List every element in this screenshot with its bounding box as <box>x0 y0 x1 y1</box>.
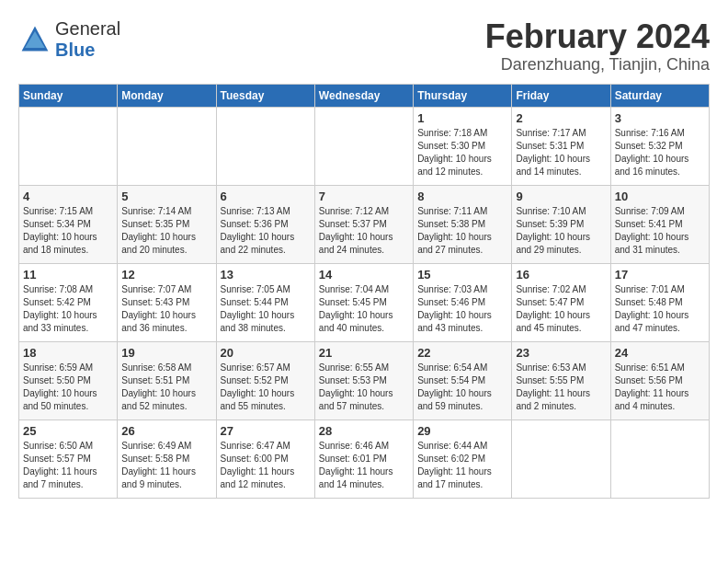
calendar-cell <box>216 107 314 185</box>
day-info: Sunrise: 7:04 AM Sunset: 5:45 PM Dayligh… <box>319 283 409 335</box>
day-info: Sunrise: 7:02 AM Sunset: 5:47 PM Dayligh… <box>516 283 606 335</box>
calendar-cell: 14Sunrise: 7:04 AM Sunset: 5:45 PM Dayli… <box>314 263 413 341</box>
logo-text: General Blue <box>55 18 120 61</box>
calendar-body: 1Sunrise: 7:18 AM Sunset: 5:30 PM Daylig… <box>19 107 710 498</box>
calendar-cell: 11Sunrise: 7:08 AM Sunset: 5:42 PM Dayli… <box>19 263 118 341</box>
calendar-cell: 25Sunrise: 6:50 AM Sunset: 5:57 PM Dayli… <box>19 419 118 498</box>
day-number: 5 <box>121 190 211 203</box>
header-sunday: Sunday <box>19 84 118 107</box>
day-info: Sunrise: 6:50 AM Sunset: 5:57 PM Dayligh… <box>23 440 113 491</box>
day-info: Sunrise: 6:46 AM Sunset: 6:01 PM Dayligh… <box>319 440 409 491</box>
day-number: 4 <box>23 190 113 203</box>
calendar-cell: 7Sunrise: 7:12 AM Sunset: 5:37 PM Daylig… <box>314 185 413 263</box>
logo-general: General <box>55 18 120 39</box>
day-info: Sunrise: 7:01 AM Sunset: 5:48 PM Dayligh… <box>615 283 705 335</box>
day-info: Sunrise: 6:49 AM Sunset: 5:58 PM Dayligh… <box>121 440 211 491</box>
day-number: 3 <box>615 111 705 125</box>
calendar-cell: 26Sunrise: 6:49 AM Sunset: 5:58 PM Dayli… <box>118 419 216 498</box>
header-row: Sunday Monday Tuesday Wednesday Thursday… <box>19 84 710 107</box>
day-number: 7 <box>319 190 409 203</box>
day-number: 6 <box>221 190 311 203</box>
calendar-cell: 13Sunrise: 7:05 AM Sunset: 5:44 PM Dayli… <box>216 263 314 341</box>
logo: General Blue <box>18 18 120 61</box>
location-subtitle: Darenzhuang, Tianjin, China <box>485 55 710 75</box>
calendar-cell: 28Sunrise: 6:46 AM Sunset: 6:01 PM Dayli… <box>314 419 413 498</box>
header-tuesday: Tuesday <box>216 84 314 107</box>
calendar-header: Sunday Monday Tuesday Wednesday Thursday… <box>19 84 710 107</box>
day-info: Sunrise: 6:57 AM Sunset: 5:52 PM Dayligh… <box>221 362 311 413</box>
calendar-cell: 10Sunrise: 7:09 AM Sunset: 5:41 PM Dayli… <box>610 185 709 263</box>
calendar-cell <box>314 107 413 185</box>
day-number: 18 <box>23 346 113 360</box>
day-info: Sunrise: 7:17 AM Sunset: 5:31 PM Dayligh… <box>516 127 606 178</box>
day-info: Sunrise: 7:15 AM Sunset: 5:34 PM Dayligh… <box>23 205 113 257</box>
calendar-cell: 17Sunrise: 7:01 AM Sunset: 5:48 PM Dayli… <box>610 263 709 341</box>
day-info: Sunrise: 6:44 AM Sunset: 6:02 PM Dayligh… <box>417 440 507 491</box>
day-info: Sunrise: 6:53 AM Sunset: 5:55 PM Dayligh… <box>516 362 606 413</box>
calendar-cell: 20Sunrise: 6:57 AM Sunset: 5:52 PM Dayli… <box>216 341 314 419</box>
day-info: Sunrise: 7:18 AM Sunset: 5:30 PM Dayligh… <box>417 127 507 178</box>
calendar-cell: 6Sunrise: 7:13 AM Sunset: 5:36 PM Daylig… <box>216 185 314 263</box>
calendar-cell: 3Sunrise: 7:16 AM Sunset: 5:32 PM Daylig… <box>610 107 709 185</box>
day-info: Sunrise: 7:09 AM Sunset: 5:41 PM Dayligh… <box>615 205 705 257</box>
day-info: Sunrise: 6:47 AM Sunset: 6:00 PM Dayligh… <box>221 440 311 491</box>
day-number: 20 <box>221 346 311 360</box>
calendar-cell <box>512 419 610 498</box>
day-info: Sunrise: 7:10 AM Sunset: 5:39 PM Dayligh… <box>516 205 606 257</box>
calendar-cell: 16Sunrise: 7:02 AM Sunset: 5:47 PM Dayli… <box>512 263 610 341</box>
calendar-cell: 5Sunrise: 7:14 AM Sunset: 5:35 PM Daylig… <box>118 185 216 263</box>
calendar-cell <box>118 107 216 185</box>
day-number: 12 <box>121 268 211 282</box>
day-number: 1 <box>417 111 507 125</box>
calendar-cell: 23Sunrise: 6:53 AM Sunset: 5:55 PM Dayli… <box>512 341 610 419</box>
calendar-week-3: 11Sunrise: 7:08 AM Sunset: 5:42 PM Dayli… <box>19 263 710 341</box>
day-info: Sunrise: 6:55 AM Sunset: 5:53 PM Dayligh… <box>319 362 409 413</box>
day-number: 11 <box>23 268 113 282</box>
day-number: 19 <box>121 346 211 360</box>
day-number: 13 <box>221 268 311 282</box>
day-number: 22 <box>417 346 507 360</box>
calendar-cell: 8Sunrise: 7:11 AM Sunset: 5:38 PM Daylig… <box>414 185 512 263</box>
logo-blue: Blue <box>55 40 95 60</box>
calendar-week-1: 1Sunrise: 7:18 AM Sunset: 5:30 PM Daylig… <box>19 107 710 185</box>
header-saturday: Saturday <box>610 84 709 107</box>
calendar-cell <box>19 107 118 185</box>
header-thursday: Thursday <box>414 84 512 107</box>
day-number: 27 <box>221 424 311 438</box>
day-number: 14 <box>319 268 409 282</box>
title-section: February 2024 Darenzhuang, Tianjin, Chin… <box>485 18 710 75</box>
day-info: Sunrise: 7:11 AM Sunset: 5:38 PM Dayligh… <box>417 205 507 257</box>
day-info: Sunrise: 6:59 AM Sunset: 5:50 PM Dayligh… <box>23 362 113 413</box>
day-number: 29 <box>417 424 507 438</box>
header-wednesday: Wednesday <box>314 84 413 107</box>
calendar-cell: 2Sunrise: 7:17 AM Sunset: 5:31 PM Daylig… <box>512 107 610 185</box>
day-number: 26 <box>121 424 211 438</box>
calendar-cell <box>610 419 709 498</box>
day-info: Sunrise: 6:54 AM Sunset: 5:54 PM Dayligh… <box>417 362 507 413</box>
calendar-cell: 21Sunrise: 6:55 AM Sunset: 5:53 PM Dayli… <box>314 341 413 419</box>
day-info: Sunrise: 7:14 AM Sunset: 5:35 PM Dayligh… <box>121 205 211 257</box>
logo-icon <box>18 23 51 56</box>
calendar-cell: 1Sunrise: 7:18 AM Sunset: 5:30 PM Daylig… <box>414 107 512 185</box>
day-number: 15 <box>417 268 507 282</box>
calendar-cell: 15Sunrise: 7:03 AM Sunset: 5:46 PM Dayli… <box>414 263 512 341</box>
day-info: Sunrise: 7:16 AM Sunset: 5:32 PM Dayligh… <box>615 127 705 178</box>
calendar-cell: 19Sunrise: 6:58 AM Sunset: 5:51 PM Dayli… <box>118 341 216 419</box>
calendar-cell: 24Sunrise: 6:51 AM Sunset: 5:56 PM Dayli… <box>610 341 709 419</box>
calendar-week-2: 4Sunrise: 7:15 AM Sunset: 5:34 PM Daylig… <box>19 185 710 263</box>
day-number: 17 <box>615 268 705 282</box>
day-info: Sunrise: 6:58 AM Sunset: 5:51 PM Dayligh… <box>121 362 211 413</box>
day-number: 8 <box>417 190 507 203</box>
calendar-cell: 22Sunrise: 6:54 AM Sunset: 5:54 PM Dayli… <box>414 341 512 419</box>
day-number: 2 <box>516 111 606 125</box>
day-number: 16 <box>516 268 606 282</box>
calendar-cell: 18Sunrise: 6:59 AM Sunset: 5:50 PM Dayli… <box>19 341 118 419</box>
page-header: General Blue February 2024 Darenzhuang, … <box>18 18 710 75</box>
month-title: February 2024 <box>485 18 710 55</box>
day-info: Sunrise: 7:05 AM Sunset: 5:44 PM Dayligh… <box>221 283 311 335</box>
calendar-cell: 9Sunrise: 7:10 AM Sunset: 5:39 PM Daylig… <box>512 185 610 263</box>
calendar-cell: 29Sunrise: 6:44 AM Sunset: 6:02 PM Dayli… <box>414 419 512 498</box>
day-info: Sunrise: 7:07 AM Sunset: 5:43 PM Dayligh… <box>121 283 211 335</box>
header-friday: Friday <box>512 84 610 107</box>
day-info: Sunrise: 7:13 AM Sunset: 5:36 PM Dayligh… <box>221 205 311 257</box>
